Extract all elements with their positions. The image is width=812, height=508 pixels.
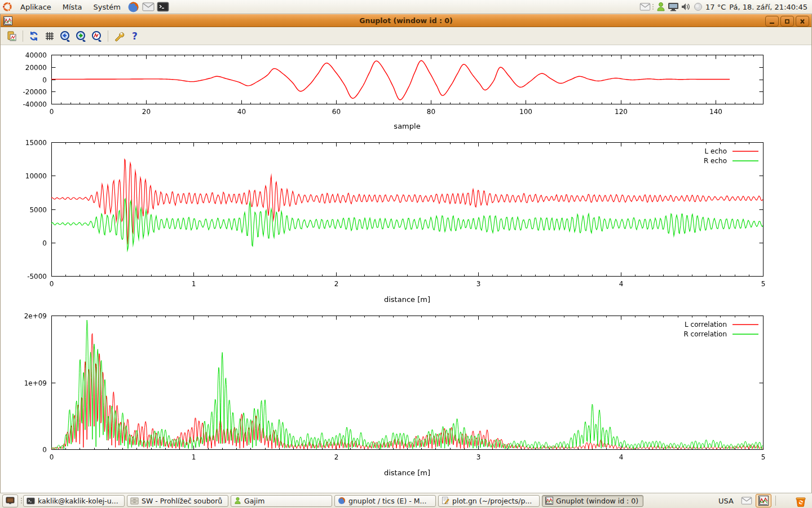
help-button[interactable]: ? xyxy=(127,29,143,43)
gnuplot-icon xyxy=(758,496,769,506)
task-label: plot.gn (~/projects/p... xyxy=(452,497,532,505)
tray-display-icon[interactable] xyxy=(667,0,679,14)
replot-button[interactable] xyxy=(26,29,42,43)
unzoom-button[interactable] xyxy=(89,29,105,43)
minimize-button[interactable] xyxy=(765,16,779,27)
menu-system[interactable]: Systém xyxy=(87,0,126,14)
plot-area xyxy=(1,46,811,492)
ubuntu-logo-svg xyxy=(2,1,13,12)
weather-icon xyxy=(694,2,703,11)
task-label: kaklik@kaklik-kolej-u... xyxy=(38,497,118,505)
zoom-previous-icon xyxy=(60,30,71,42)
tray-weather-icon[interactable] xyxy=(692,0,704,14)
tray-mail-icon[interactable] xyxy=(639,0,651,14)
monitor-icon xyxy=(668,2,679,12)
window-toolbar: ? xyxy=(1,27,811,45)
grid-icon xyxy=(45,31,55,41)
next-zoom-button[interactable] xyxy=(73,29,89,43)
task-button-firefox[interactable]: gnuplot / tics (E) - M... xyxy=(334,495,436,507)
terminal-icon xyxy=(157,2,169,12)
maximize-button[interactable] xyxy=(780,16,794,27)
show-desktop-button[interactable] xyxy=(2,494,18,507)
zoom-next-icon xyxy=(76,30,87,42)
envelope-icon xyxy=(142,2,155,11)
task-label: Gajim xyxy=(244,497,264,505)
wrench-icon xyxy=(113,30,125,42)
clock[interactable]: Pá, 18. září, 21:40:45 xyxy=(727,3,812,11)
taskbar-mail-tray-button[interactable] xyxy=(739,494,754,507)
previous-zoom-button[interactable] xyxy=(58,29,73,43)
copy-to-clipboard-button[interactable] xyxy=(4,29,20,43)
echo-chart[interactable] xyxy=(1,136,811,305)
desktop: Aplikace Místa Systém xyxy=(0,0,812,508)
window-title: Gnuplot (window id : 0) xyxy=(1,16,811,25)
task-label: gnuplot / tics (E) - M... xyxy=(348,497,426,505)
task-label: SW - Prohlížeč souborů xyxy=(142,497,222,505)
firefox-launcher-icon[interactable] xyxy=(127,0,140,14)
tray-volume-icon[interactable] xyxy=(679,0,692,14)
sample-waveform-chart[interactable] xyxy=(1,47,811,136)
task-button-editor[interactable]: plot.gn (~/projects/p... xyxy=(438,495,540,507)
desktop-icon xyxy=(6,497,15,505)
envelope-icon xyxy=(741,497,752,505)
menu-places[interactable]: Místa xyxy=(57,0,88,14)
taskbar: kaklik@kaklik-kolej-u...SW - Prohlížeč s… xyxy=(0,493,812,508)
tray-gajim-icon[interactable] xyxy=(655,0,667,14)
svg-text:?: ? xyxy=(132,30,138,42)
task-button-files[interactable]: SW - Prohlížeč souborů xyxy=(127,495,228,507)
window-titlebar[interactable]: Gnuplot (window id : 0) xyxy=(1,14,811,27)
keyboard-layout-indicator[interactable]: USA xyxy=(714,497,738,505)
refresh-icon xyxy=(28,30,39,42)
temperature-reading[interactable]: 17 °C xyxy=(704,3,727,11)
task-button-gnuplot[interactable]: Gnuplot (window id : 0) xyxy=(542,495,643,507)
menu-system-label: Systém xyxy=(93,3,120,11)
help-icon: ? xyxy=(129,30,140,42)
clipboard-icon xyxy=(6,30,17,42)
speaker-icon xyxy=(681,2,691,11)
taskbar-gnuplot-tray-button[interactable] xyxy=(756,494,771,507)
unzoom-icon xyxy=(91,30,103,42)
envelope-icon xyxy=(639,3,651,11)
task-button-gajim[interactable]: Gajim xyxy=(231,495,332,507)
firefox-icon xyxy=(127,1,139,13)
task-label: Gnuplot (window id : 0) xyxy=(556,497,638,505)
trash-applet-icon[interactable] xyxy=(794,494,807,507)
toggle-grid-button[interactable] xyxy=(42,29,58,43)
maximize-icon xyxy=(784,19,791,24)
person-icon xyxy=(656,2,665,12)
task-button-terminal[interactable]: kaklik@kaklik-kolej-u... xyxy=(23,495,125,507)
task-list: kaklik@kaklik-kolej-u...SW - Prohlížeč s… xyxy=(23,495,643,507)
close-button[interactable] xyxy=(796,16,809,27)
menu-applications-label: Aplikace xyxy=(20,3,51,11)
terminal-launcher-icon[interactable] xyxy=(156,0,170,14)
ubuntu-logo-icon[interactable] xyxy=(1,0,14,14)
minimize-icon xyxy=(769,19,775,24)
correlation-chart[interactable] xyxy=(1,309,811,478)
close-icon xyxy=(799,19,806,24)
options-button[interactable] xyxy=(111,29,127,43)
mail-launcher-icon[interactable] xyxy=(142,0,155,14)
menu-places-label: Místa xyxy=(63,3,82,11)
menu-applications[interactable]: Aplikace xyxy=(15,0,57,14)
trash-icon xyxy=(795,494,807,507)
gnuplot-window: Gnuplot (window id : 0) xyxy=(0,14,812,493)
top-panel: Aplikace Místa Systém xyxy=(0,0,812,14)
